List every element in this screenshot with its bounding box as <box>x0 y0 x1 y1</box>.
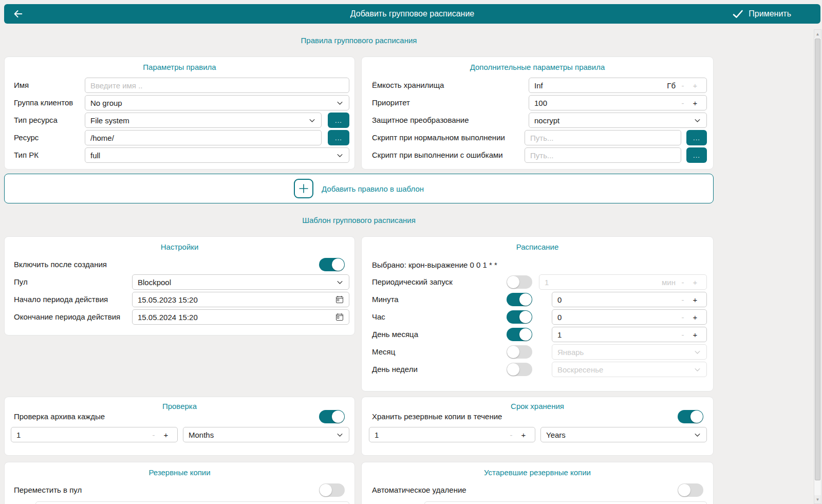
month-toggle[interactable] <box>507 345 532 359</box>
day-of-month-spinbox: - + <box>552 327 707 342</box>
periodic-run-toggle[interactable] <box>507 275 532 289</box>
back-button[interactable] <box>12 8 24 20</box>
toggle-knob <box>320 484 332 496</box>
plus-button[interactable]: + <box>689 295 701 304</box>
crypt-select[interactable]: nocrypt <box>529 113 707 128</box>
name-field-wrap <box>85 78 349 93</box>
move-to-pool-toggle[interactable] <box>319 483 345 497</box>
month-label: Месяц <box>372 344 395 360</box>
obsolete-backups-panel: Устаревшие резервные копии Автоматическо… <box>361 462 714 504</box>
pool-select[interactable]: Blockpool <box>132 274 349 290</box>
plus-button[interactable]: + <box>517 431 530 439</box>
resource-browse-button[interactable]: ... <box>328 130 349 145</box>
resource-type-browse-button[interactable]: ... <box>328 113 349 128</box>
minus-button[interactable]: - <box>677 278 689 287</box>
arrow-left-icon <box>12 8 24 20</box>
priority-input[interactable] <box>534 99 677 107</box>
plus-button[interactable]: + <box>689 313 701 322</box>
script-err-input[interactable] <box>530 151 676 160</box>
script-err-browse-button[interactable]: ... <box>686 147 707 163</box>
month-value: Январь <box>557 348 689 357</box>
calendar-icon[interactable] <box>335 295 344 304</box>
verify-count-spinbox: - + <box>11 427 178 442</box>
retention-label: Хранить резервные копии в течение <box>372 409 502 424</box>
vertical-scrollbar[interactable]: ▲ ▼ <box>814 29 821 504</box>
priority-spinbox: - + <box>529 95 707 110</box>
weekday-toggle[interactable] <box>507 363 532 376</box>
script-ok-input[interactable] <box>530 134 676 142</box>
apply-button[interactable]: Применить <box>732 8 820 20</box>
schedule-title: Расписание <box>362 242 713 251</box>
minus-button[interactable]: - <box>505 431 517 439</box>
retention-count-spinbox: - + <box>369 427 535 442</box>
scrollbar-thumb[interactable] <box>815 39 820 480</box>
resource-label: Ресурс <box>14 130 39 145</box>
script-ok-browse-button[interactable]: ... <box>686 130 707 145</box>
resource-field-wrap <box>85 130 322 145</box>
minute-input[interactable] <box>557 295 677 304</box>
move-to-pool-select[interactable] <box>35 501 349 504</box>
hour-input[interactable] <box>557 313 677 322</box>
retention-count-input[interactable] <box>375 431 505 439</box>
auto-delete-field[interactable] <box>424 501 707 504</box>
minus-button[interactable]: - <box>677 295 689 304</box>
day-of-month-toggle[interactable] <box>507 328 532 341</box>
weekday-value: Воскресенье <box>557 365 689 374</box>
capacity-label: Ёмкость хранилища <box>372 78 444 93</box>
add-rule-to-template-button[interactable]: Добавить правило в шаблон <box>4 174 714 203</box>
script-ok-field-wrap <box>525 130 681 145</box>
extra-params-panel: Дополнительные параметры правила Ёмкость… <box>361 57 714 170</box>
periodic-run-label: Периодический запуск <box>372 274 453 290</box>
day-of-month-input[interactable] <box>557 330 677 339</box>
retention-period-select[interactable]: Years <box>540 427 707 442</box>
period-end-label: Окончание периода действия <box>14 309 120 325</box>
verify-count-input[interactable] <box>16 431 147 439</box>
resource-type-select[interactable]: File system <box>85 113 322 128</box>
hour-toggle[interactable] <box>507 310 532 324</box>
enable-after-create-label: Включить после создания <box>14 257 107 272</box>
minute-toggle[interactable] <box>507 293 532 306</box>
chevron-down-icon <box>336 152 344 159</box>
capacity-input[interactable] <box>534 81 663 90</box>
period-start-input[interactable] <box>138 295 331 304</box>
month-select[interactable]: Январь <box>552 344 707 360</box>
client-group-select[interactable]: No group <box>85 95 349 110</box>
resource-type-label: Тип ресурса <box>14 113 58 128</box>
scroll-down-icon[interactable]: ▼ <box>814 495 821 503</box>
script-err-field-wrap <box>525 147 681 163</box>
verify-toggle[interactable] <box>319 410 345 423</box>
auto-delete-toggle[interactable] <box>678 483 703 497</box>
scroll-up-icon[interactable]: ▲ <box>814 30 821 38</box>
minus-button[interactable]: - <box>677 330 689 339</box>
apply-label: Применить <box>749 9 791 18</box>
chevron-down-icon <box>694 431 701 439</box>
plus-button[interactable]: + <box>689 81 701 90</box>
chevron-down-icon <box>694 117 701 124</box>
retention-toggle[interactable] <box>678 410 703 423</box>
toggle-knob <box>507 276 519 288</box>
calendar-icon[interactable] <box>335 313 344 321</box>
plus-button[interactable]: + <box>160 431 172 439</box>
verify-period-select[interactable]: Months <box>183 427 349 442</box>
minus-button[interactable]: - <box>677 99 689 107</box>
name-input[interactable] <box>90 81 344 90</box>
minus-button[interactable]: - <box>677 313 689 322</box>
period-end-input[interactable] <box>138 313 331 322</box>
minus-button[interactable]: - <box>147 431 160 439</box>
pool-value: Blockpool <box>138 278 332 287</box>
backup-type-select[interactable]: full <box>85 147 349 163</box>
rule-params-title: Параметры правила <box>5 63 354 71</box>
settings-title: Настройки <box>5 242 354 251</box>
plus-button[interactable]: + <box>689 278 701 287</box>
resource-input[interactable] <box>90 134 316 142</box>
capacity-spinbox: Гб - + <box>529 78 707 93</box>
periodic-run-input[interactable] <box>545 278 658 287</box>
client-group-value: No group <box>90 99 332 107</box>
weekday-select[interactable]: Воскресенье <box>552 362 707 377</box>
obsolete-title: Устаревшие резервные копии <box>362 468 713 477</box>
plus-button[interactable]: + <box>689 99 701 107</box>
toggle-knob <box>507 363 519 376</box>
enable-after-create-toggle[interactable] <box>319 258 345 271</box>
minus-button[interactable]: - <box>677 81 689 90</box>
plus-button[interactable]: + <box>689 330 701 339</box>
